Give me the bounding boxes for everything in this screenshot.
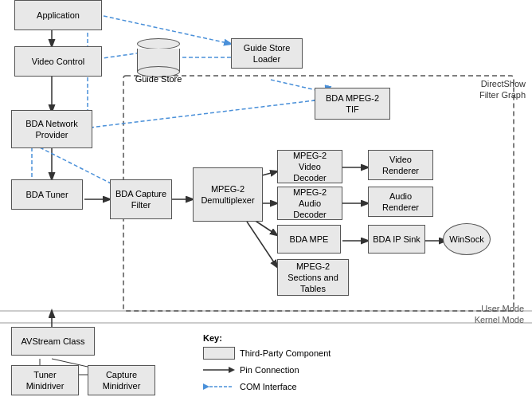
bda-mpeg2-tif-label: BDA MPEG-2 TIF bbox=[319, 92, 386, 116]
bda-ip-sink-box: BDA IP Sink bbox=[368, 225, 425, 254]
video-control-box: Video Control bbox=[14, 46, 102, 77]
bda-network-provider-label: BDA Network Provider bbox=[15, 118, 88, 141]
application-label: Application bbox=[37, 10, 80, 21]
capture-minidriver-label: Capture Minidriver bbox=[92, 369, 151, 392]
mpeg2-demux-label: MPEG-2 Demultiplexer bbox=[197, 183, 259, 206]
mpeg2-audio-decoder-label: MPEG-2 Audio Decoder bbox=[281, 187, 338, 221]
mpeg2-demux-box: MPEG-2 Demultiplexer bbox=[193, 167, 263, 222]
avstream-class-label: AVStream Class bbox=[22, 336, 85, 347]
winsock-box: WinSock bbox=[443, 223, 491, 255]
tuner-minidriver-label: Tuner Minidriver bbox=[15, 369, 75, 392]
guide-store-label: Guide Store bbox=[134, 74, 183, 84]
key-pin-connection-label: Pin Connection bbox=[240, 365, 299, 375]
audio-renderer-box: Audio Renderer bbox=[368, 187, 433, 217]
key-box-sample bbox=[203, 347, 235, 360]
cyl-body bbox=[137, 49, 180, 73]
guide-store-cylinder bbox=[137, 38, 180, 73]
guide-store-loader-label: Guide Store Loader bbox=[235, 42, 299, 65]
bda-ip-sink-label: BDA IP Sink bbox=[373, 234, 421, 245]
capture-minidriver-box: Capture Minidriver bbox=[88, 365, 155, 395]
tuner-minidriver-box: Tuner Minidriver bbox=[11, 365, 79, 395]
bda-capture-filter-label: BDA Capture Filter bbox=[114, 188, 168, 211]
mpeg2-video-decoder-label: MPEG-2 Video Decoder bbox=[281, 150, 338, 184]
kernel-mode-label: Kernel Mode bbox=[475, 315, 524, 324]
cyl-top bbox=[137, 38, 180, 49]
key-com-interface-label: COM Interface bbox=[240, 382, 297, 391]
key-pin-arrow-icon bbox=[203, 364, 235, 376]
mpeg2-sections-label: MPEG-2 Sections and Tables bbox=[281, 261, 345, 295]
svg-marker-29 bbox=[229, 367, 235, 373]
mpeg2-video-decoder-box: MPEG-2 Video Decoder bbox=[277, 150, 342, 183]
key-title: Key: bbox=[203, 333, 331, 343]
bda-mpe-label: BDA MPE bbox=[290, 234, 329, 245]
key-pin-connection: Pin Connection bbox=[203, 364, 331, 376]
bda-mpe-box: BDA MPE bbox=[277, 225, 341, 254]
bda-tuner-box: BDA Tuner bbox=[11, 179, 83, 210]
svg-line-11 bbox=[247, 222, 277, 267]
video-renderer-box: Video Renderer bbox=[368, 150, 433, 180]
bda-capture-filter-box: BDA Capture Filter bbox=[110, 179, 172, 219]
svg-line-19 bbox=[90, 100, 315, 128]
bda-network-provider-box: BDA Network Provider bbox=[11, 110, 92, 148]
avstream-class-box: AVStream Class bbox=[11, 327, 95, 356]
key-third-party-label: Third-Party Component bbox=[240, 348, 331, 358]
key-third-party: Third-Party Component bbox=[203, 347, 331, 360]
key-com-arrow-icon bbox=[203, 380, 235, 393]
application-box: Application bbox=[14, 0, 102, 30]
key-com-interface: COM Interface bbox=[203, 380, 331, 393]
diagram: Application Video Control Guide Store Gu… bbox=[0, 0, 532, 401]
svg-marker-31 bbox=[203, 383, 209, 390]
winsock-label: WinSock bbox=[449, 234, 483, 244]
mpeg2-sections-box: MPEG-2 Sections and Tables bbox=[277, 259, 349, 296]
bda-mpeg2-tif-box: BDA MPEG-2 TIF bbox=[315, 88, 390, 120]
video-renderer-label: Video Renderer bbox=[372, 154, 429, 177]
user-mode-label: User Mode bbox=[481, 304, 524, 313]
audio-renderer-label: Audio Renderer bbox=[372, 191, 429, 214]
directshow-label: DirectShowFilter Graph bbox=[462, 78, 526, 101]
video-control-label: Video Control bbox=[32, 56, 84, 67]
guide-store-loader-box: Guide Store Loader bbox=[231, 38, 303, 69]
mpeg2-audio-decoder-box: MPEG-2 Audio Decoder bbox=[277, 187, 342, 220]
key-section: Key: Third-Party Component Pin Connectio… bbox=[203, 333, 331, 397]
bda-tuner-label: BDA Tuner bbox=[25, 189, 68, 200]
